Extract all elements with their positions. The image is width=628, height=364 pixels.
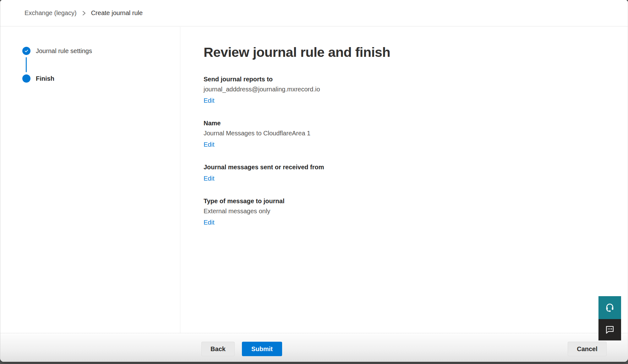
desktop-background: Exchange (legacy) Create journal rule Jo… <box>0 0 628 364</box>
edit-journal-messages-link[interactable]: Edit <box>204 174 214 182</box>
edit-message-type-link[interactable]: Edit <box>204 218 214 226</box>
submit-button[interactable]: Submit <box>242 342 282 356</box>
step-label-finish: Finish <box>36 74 54 83</box>
chevron-right-icon <box>82 10 86 16</box>
section-value: journal_adddress@journaling.mxrecord.io <box>204 85 628 93</box>
feedback-button[interactable] <box>598 319 621 340</box>
assistance-button-stack <box>598 296 621 340</box>
step-current-dot-icon <box>22 74 30 83</box>
review-section-type-of-message: Type of message to journal External mess… <box>204 197 628 226</box>
review-section-send-journal-reports-to: Send journal reports to journal_adddress… <box>204 75 628 105</box>
help-button[interactable] <box>598 296 621 319</box>
review-section-journal-messages-from: Journal messages sent or received from E… <box>204 163 628 182</box>
breadcrumb-current: Create journal rule <box>91 9 143 17</box>
edit-send-journal-reports-link[interactable]: Edit <box>204 96 214 105</box>
headset-icon <box>604 302 615 313</box>
edit-name-link[interactable]: Edit <box>204 140 214 149</box>
page-title: Review journal rule and finish <box>204 44 628 60</box>
step-completed-check-icon <box>22 47 30 55</box>
step-connector-line <box>26 57 27 72</box>
step-label-journal-rule-settings: Journal rule settings <box>36 47 92 55</box>
section-label: Journal messages sent or received from <box>204 163 628 171</box>
review-panel: Review journal rule and finish Send jour… <box>180 27 628 333</box>
breadcrumb: Exchange (legacy) Create journal rule <box>25 9 143 17</box>
exchange-admin-window: Exchange (legacy) Create journal rule Jo… <box>0 0 628 362</box>
wizard-footer: Back Submit Cancel <box>0 333 628 362</box>
wizard-content: Journal rule settings Finish Review jour… <box>0 27 628 333</box>
breadcrumb-bar: Exchange (legacy) Create journal rule <box>0 0 628 26</box>
wizard-step-finish[interactable]: Finish <box>22 74 54 83</box>
section-label: Type of message to journal <box>204 197 628 205</box>
section-label: Send journal reports to <box>204 75 628 83</box>
cancel-button[interactable]: Cancel <box>568 342 607 356</box>
section-label: Name <box>204 119 628 127</box>
back-button[interactable]: Back <box>201 342 235 356</box>
wizard-steps-sidebar: Journal rule settings Finish <box>0 27 180 333</box>
wizard-step-journal-rule-settings[interactable]: Journal rule settings <box>22 47 92 55</box>
review-section-name: Name Journal Messages to CloudflareArea … <box>204 119 628 149</box>
breadcrumb-link-exchange-legacy[interactable]: Exchange (legacy) <box>25 9 77 17</box>
section-value: External messages only <box>204 207 628 215</box>
section-value: Journal Messages to CloudflareArea 1 <box>204 129 628 137</box>
feedback-chat-icon <box>605 324 615 335</box>
